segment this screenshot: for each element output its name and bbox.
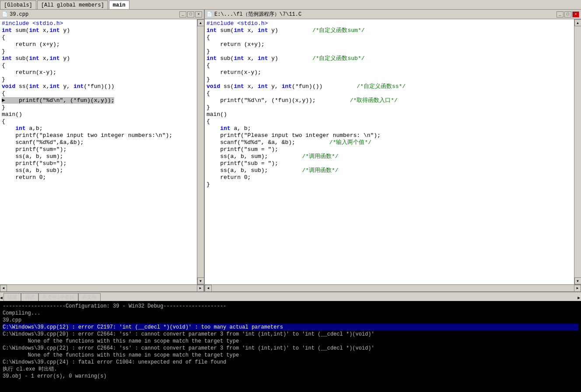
right-code-with-scroll: #include <stdio.h> int sum(int x, int y)… [205, 19, 581, 291]
bottom-tab-bar: ◄ 组建 调试 在文件1中查找 在文件 ► [0, 292, 581, 301]
right-vscroll[interactable]: ▲ ▼ [574, 19, 581, 284]
main-area: 📄 39.cpp _ □ × #include <stdio.h> int su… [0, 10, 581, 291]
output-line-9: 执行 cl.exe 时出错. [3, 366, 578, 373]
tab-find-in-file1[interactable]: 在文件1中查找 [38, 293, 78, 301]
left-code-inner: #include <stdio.h> int sum(int x,int y) … [0, 19, 204, 284]
left-file-icon: 📄 [2, 11, 8, 17]
output-line-0: --------------------Configuration: 39 - … [3, 303, 578, 310]
left-title-text: 39.cpp [10, 11, 28, 18]
tab-find-in-file[interactable]: 在文件 [78, 293, 101, 301]
right-code-inner: #include <stdio.h> int sum(int x, int y)… [205, 19, 581, 284]
right-close-btn[interactable]: × [572, 11, 579, 18]
output-line-2: 39.cpp [3, 317, 578, 324]
left-close-btn[interactable]: × [195, 11, 202, 18]
right-editor-panel: 📄 E:\...\fl（范例源程序）\7\11.C _ □ × #include… [205, 10, 581, 291]
left-scroll-right[interactable]: ► [197, 285, 204, 292]
left-scroll-up[interactable]: ▲ [197, 19, 204, 26]
right-code-scroll[interactable]: #include <stdio.h> int sum(int x, int y)… [205, 19, 574, 284]
right-titlebar: 📄 E:\...\fl（范例源程序）\7\11.C _ □ × [205, 10, 581, 19]
right-scroll-left[interactable]: ◄ [205, 285, 212, 292]
right-win-buttons: _ □ × [556, 11, 579, 18]
left-maximize-btn[interactable]: □ [187, 11, 194, 18]
right-scroll-up[interactable]: ▲ [574, 19, 581, 26]
tab-debug[interactable]: 调试 [21, 293, 38, 301]
right-minimize-btn[interactable]: _ [556, 11, 564, 18]
output-line-6: C:\Windows\39.cpp(22) : error C2664: 'ss… [3, 345, 578, 352]
output-line-4: C:\Windows\39.cpp(20) : error C2664: 'ss… [3, 331, 578, 338]
output-line-8: C:\Windows\39.cpp(24) : fatal error C100… [3, 359, 578, 366]
output-area[interactable]: --------------------Configuration: 39 - … [0, 301, 581, 392]
right-hscroll-track [212, 285, 574, 291]
tab-main[interactable]: main [109, 0, 130, 9]
output-line-7: None of the functions with this name in … [3, 352, 578, 359]
right-hscroll: ◄ ► [205, 284, 581, 291]
left-code-pre: #include <stdio.h> int sum(int x,int y) … [2, 20, 195, 181]
left-win-buttons: _ □ × [179, 11, 202, 18]
right-maximize-btn[interactable]: □ [564, 11, 571, 18]
left-editor-panel: 📄 39.cpp _ □ × #include <stdio.h> int su… [0, 10, 205, 291]
right-scroll-right[interactable]: ► [574, 285, 581, 292]
left-hscroll: ◄ ► [0, 284, 204, 291]
right-title-text: E:\...\fl（范例源程序）\7\11.C [214, 10, 301, 18]
tab-global-members[interactable]: [All global members] [37, 0, 108, 9]
left-scroll-down[interactable]: ▼ [197, 277, 204, 284]
left-code-with-scroll: #include <stdio.h> int sum(int x,int y) … [0, 19, 204, 291]
right-code-pre: #include <stdio.h> int sum(int x, int y)… [206, 20, 572, 188]
bottom-left-arrow[interactable]: ◄ [0, 296, 3, 301]
left-scroll-left[interactable]: ◄ [0, 285, 7, 292]
bottom-right-arrow[interactable]: ► [578, 296, 580, 301]
tab-build[interactable]: 组建 [4, 293, 21, 301]
output-line-11: 39.obj - 1 error(s), 0 warning(s) [3, 373, 578, 380]
left-vscroll[interactable]: ▲ ▼ [197, 19, 204, 284]
output-line-5: None of the functions with this name in … [3, 338, 578, 345]
top-tab-bar: [Globals] [All global members] main [0, 0, 581, 10]
left-panel-content: #include <stdio.h> int sum(int x,int y) … [0, 19, 204, 291]
output-line-1: Compiling... [3, 310, 578, 317]
left-code-scroll[interactable]: #include <stdio.h> int sum(int x,int y) … [0, 19, 197, 284]
output-error-line: C:\Windows\39.cpp(12) : error C2197: 'in… [3, 324, 578, 331]
right-panel-content: #include <stdio.h> int sum(int x, int y)… [205, 19, 581, 291]
right-scroll-down[interactable]: ▼ [574, 277, 581, 284]
bottom-panel: ◄ 组建 调试 在文件1中查找 在文件 ► ------------------… [0, 291, 581, 392]
tab-globals[interactable]: [Globals] [0, 0, 36, 9]
left-titlebar: 📄 39.cpp _ □ × [0, 10, 204, 19]
right-file-icon: 📄 [206, 11, 213, 17]
left-hscroll-track [7, 285, 197, 291]
left-minimize-btn[interactable]: _ [179, 11, 186, 18]
